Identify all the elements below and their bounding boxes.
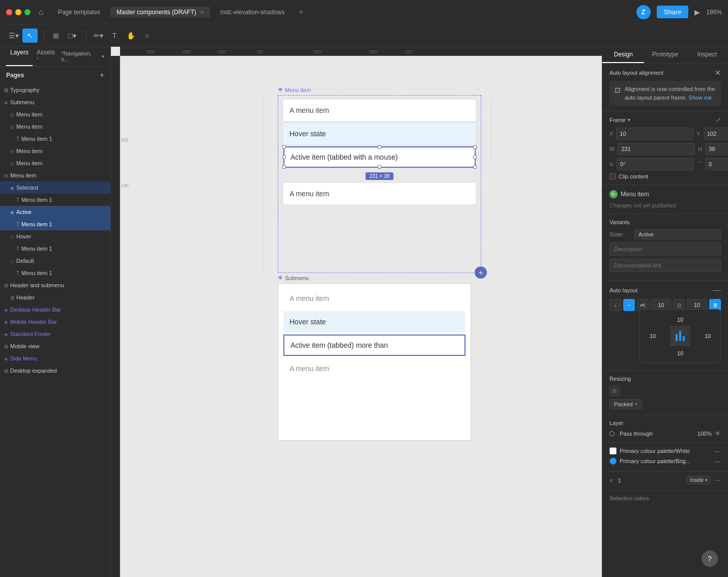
resizing-section: Resizing ⊡ Packed ▾ <box>602 371 728 415</box>
spacing-top-input[interactable] <box>673 317 688 323</box>
clip-content-checkbox[interactable] <box>609 173 616 179</box>
layer-menuitem1-text-1[interactable]: T Menu item 1 <box>0 133 110 145</box>
layer-header[interactable]: ⊞ Header <box>0 291 110 303</box>
stroke-options-btn[interactable]: ⋯ <box>714 476 721 484</box>
layer-header-submenu[interactable]: ⊞ Header and submenu <box>0 279 110 291</box>
tab-master-components[interactable]: Master components (DRAFT) ✕ <box>110 7 210 18</box>
component-refresh-icon: ↻ <box>609 190 618 198</box>
al-right-btn[interactable]: → <box>623 299 635 311</box>
tab-assets[interactable]: Assets * <box>33 47 61 66</box>
frame-x-input[interactable] <box>616 128 693 140</box>
component-header: ↻ Menu item <box>609 190 721 198</box>
frame-add-btn[interactable]: + <box>475 266 487 279</box>
al-down-btn[interactable]: ↓ <box>609 299 621 311</box>
layer-mobile-view[interactable]: ⊞ Mobile view <box>0 340 110 352</box>
visibility-icon[interactable]: 👁 <box>715 430 721 437</box>
component-icon-3: ◈ <box>4 319 8 325</box>
hand-tool-btn[interactable]: ✋ <box>123 28 138 43</box>
canvas-menu-item-active[interactable]: Active item (tabbed with a mouse) 231 × … <box>283 146 476 168</box>
layer-side-menu[interactable]: ◈ Side Menu <box>0 352 110 365</box>
tab-layers[interactable]: Layers <box>6 47 33 66</box>
layer-hover[interactable]: ◇ Hover <box>0 230 110 242</box>
layer-mobile-header[interactable]: ◈ Mobile Header Bar <box>0 316 110 328</box>
spacing-bottom-input[interactable] <box>673 350 688 356</box>
info-frame-icon: ⊡ <box>615 85 621 102</box>
text-tool-btn[interactable]: T <box>107 28 122 43</box>
grid-icon-2: ⊞ <box>10 295 14 300</box>
layer-menuitem1-text-4[interactable]: T Menu item 1 <box>0 242 110 255</box>
y-label: Y <box>696 131 700 137</box>
diamond-icon-3: ◇ <box>10 148 14 154</box>
selection-colors-title: Selection colors <box>609 495 721 501</box>
layer-submenu[interactable]: ◈ Submenu <box>0 96 110 108</box>
tab-close-icon[interactable]: ✕ <box>200 10 204 15</box>
play-icon[interactable]: ▶ <box>694 8 700 16</box>
layer-menuitem-component[interactable]: ⊞ Menu item <box>0 169 110 181</box>
comment-tool-btn[interactable]: ○ <box>139 28 155 43</box>
layer-desktop-header[interactable]: ◈ Desktop Header Bar <box>0 303 110 316</box>
home-icon[interactable]: ⌂ <box>39 8 44 17</box>
spacing-right-input[interactable] <box>700 333 715 339</box>
layer-default[interactable]: ◇ Default <box>0 255 110 267</box>
tab-page-templates[interactable]: Page templates <box>52 7 106 18</box>
spacing-left-input[interactable] <box>645 333 660 339</box>
frame-title: Frame ▾ <box>609 117 630 123</box>
help-button[interactable]: ? <box>702 551 718 567</box>
frame-rotation-input[interactable] <box>617 158 694 170</box>
layer-menuitem1-text-3[interactable]: T Menu item 1 <box>0 218 110 230</box>
menu-tool-btn[interactable]: ☰▾ <box>6 28 21 43</box>
frame-h-input[interactable] <box>705 143 728 155</box>
frame-chevron-icon[interactable]: ▾ <box>628 117 630 123</box>
layer-menuitem-1[interactable]: ◇ Menu item <box>0 108 110 120</box>
page-typography[interactable]: ⊞ Typography <box>0 84 110 96</box>
minimize-window-btn[interactable] <box>15 9 21 15</box>
frame-y-input[interactable] <box>704 128 728 140</box>
add-page-btn[interactable]: + <box>100 71 104 80</box>
show-me-link[interactable]: Show me <box>688 95 712 101</box>
al-close-btn[interactable]: ✕ <box>715 69 721 77</box>
frame-tool-btn[interactable]: ⊞ <box>48 28 64 43</box>
layer-menuitem1-text-5[interactable]: T Menu item 1 <box>0 267 110 279</box>
frame-corner-input[interactable] <box>705 158 728 170</box>
rect-tool-btn[interactable]: □▾ <box>65 28 80 43</box>
maximize-window-btn[interactable] <box>24 9 31 15</box>
layer-menuitem-3[interactable]: ◇ Menu item <box>0 145 110 157</box>
fill-minus-2[interactable]: — <box>714 457 721 465</box>
tab-prototype[interactable]: Prototype <box>644 47 686 63</box>
layer-active[interactable]: ◆ Active <box>0 206 110 218</box>
layer-menuitem1-text-2[interactable]: T Menu item 1 <box>0 194 110 206</box>
description-input[interactable] <box>609 242 721 256</box>
stroke-row: ≡ 1 Inside ▾ ⋯ <box>609 476 721 484</box>
select-tool-btn[interactable]: ↖ <box>22 28 38 43</box>
fill-minus-1[interactable]: — <box>714 447 721 455</box>
tab-mdc-elevation[interactable]: mdc-elevation-shadows <box>214 7 290 18</box>
tab-inspect[interactable]: Inspect <box>686 47 728 63</box>
frame-title-label: Frame <box>609 117 626 123</box>
layer-menuitem-4[interactable]: ◇ Menu item <box>0 157 110 169</box>
pen-tool-btn[interactable]: ✏▾ <box>91 28 106 43</box>
stroke-position-btn[interactable]: Inside ▾ <box>686 476 711 484</box>
page-typography-label: Typography <box>10 87 39 93</box>
w-label: W <box>609 146 615 152</box>
close-window-btn[interactable] <box>6 9 12 15</box>
al-section-minus[interactable]: — <box>713 286 721 295</box>
component-status: Changes not yet published <box>609 202 721 208</box>
state-value[interactable]: Active <box>634 229 721 239</box>
packed-btn[interactable]: Packed ▾ <box>609 399 642 409</box>
layer-desktop-expanded[interactable]: ⊞ Desktop expanded <box>0 365 110 377</box>
documentation-link-input[interactable] <box>609 259 721 272</box>
page-chevron-icon[interactable]: ▾ <box>102 54 104 59</box>
layer-section-panel: Layer Pass through 100% 👁 <box>602 415 728 443</box>
blend-mode-value[interactable]: Pass through <box>620 431 686 437</box>
expand-icon[interactable]: ⤢ <box>716 116 721 124</box>
fill-name-1: Primary colour palette/White <box>620 448 711 454</box>
frame-w-input[interactable] <box>618 143 695 155</box>
add-tab-btn[interactable]: + <box>295 7 307 18</box>
share-button[interactable]: Share <box>657 6 689 18</box>
tab-design[interactable]: Design <box>602 47 644 63</box>
layer-standard-footer[interactable]: ◈ Standard Footer <box>0 328 110 340</box>
opacity-value[interactable]: 100% <box>689 431 712 437</box>
layer-menuitem-2[interactable]: ◇ Menu item <box>0 120 110 133</box>
frame-submenu-border: A menu item Hover state Active item (tab… <box>278 283 471 441</box>
layer-selected[interactable]: ◆ Selected <box>0 181 110 194</box>
